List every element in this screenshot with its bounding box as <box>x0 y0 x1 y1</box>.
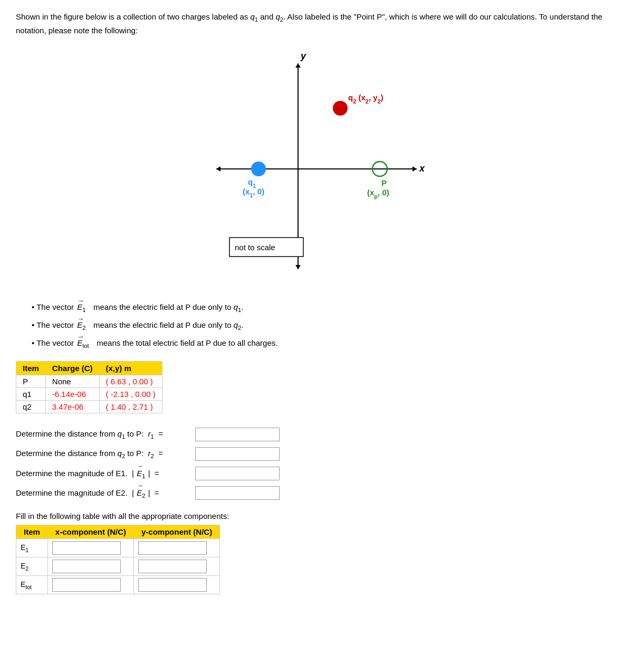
fill-label-e2: E2 <box>16 557 48 576</box>
q1-coord-label: (x1, 0) <box>243 187 264 198</box>
y-axis-label: y <box>300 51 306 61</box>
fill-e1-x <box>47 539 133 557</box>
coordinate-diagram: y x q2 (x2, y2) q1 (x1, 0) P (xp, 0) not… <box>185 48 448 290</box>
fill-e2-x <box>47 557 133 576</box>
fill-row-e2: E2 <box>16 557 220 576</box>
charge-q1: -6.14e-06 <box>45 388 99 401</box>
e2-mag-input[interactable] <box>195 486 280 500</box>
e2-y-input[interactable] <box>138 560 207 573</box>
table-row-q1: q1 -6.14e-06 ( -2.13 , 0.00 ) <box>16 388 162 401</box>
col-header-ycomp: y-component (N/C) <box>134 525 220 539</box>
fill-label-e1: E1 <box>16 539 48 557</box>
col-header-xcomp: x-component (N/C) <box>47 525 133 539</box>
coord-q2: ( 1.40 , 2.71 ) <box>99 401 162 413</box>
etot-y-input[interactable] <box>138 578 207 592</box>
col-header-item: Item <box>16 362 46 375</box>
e1-x-input[interactable] <box>52 541 121 555</box>
item-p: P <box>16 375 46 388</box>
p-label: P <box>381 178 387 187</box>
etot-x-input[interactable] <box>52 578 121 592</box>
r2-label: Determine the distance from q2 to P: r2 … <box>16 446 195 461</box>
r2-input[interactable] <box>195 447 280 461</box>
col-header-charge: Charge (C) <box>45 362 99 375</box>
q2-dot <box>333 101 348 116</box>
item-q1: q1 <box>16 388 46 401</box>
table-row-q2: q2 3.47e-06 ( 1.40 , 2.71 ) <box>16 401 162 413</box>
svg-marker-5 <box>295 265 301 269</box>
bullet-e2: The vector → E2 means the electric field… <box>32 319 617 333</box>
charge-data-table: Item Charge (C) (x,y) m P None ( 6.63 , … <box>16 361 162 413</box>
e1-mag-row: Determine the magnitude of E1. | → E1 | … <box>16 466 617 481</box>
fill-table-intro: Fill in the following table with all the… <box>16 512 617 520</box>
charge-p: None <box>45 375 99 388</box>
e1-mag-label: Determine the magnitude of E1. | → E1 | … <box>16 466 195 481</box>
components-table: Item x-component (N/C) y-component (N/C)… <box>16 525 220 594</box>
r1-input[interactable] <box>195 428 280 441</box>
item-q2: q2 <box>16 401 46 413</box>
svg-marker-1 <box>413 166 417 172</box>
bullet-etot: The vector → Etot means the total electr… <box>32 337 617 351</box>
fill-e1-y <box>134 539 220 557</box>
fill-row-e1: E1 <box>16 539 220 557</box>
e2-mag-row: Determine the magnitude of E2. | → E2 | … <box>16 486 617 501</box>
col-header-item2: Item <box>16 525 48 539</box>
fill-label-etot: Etot <box>16 576 48 594</box>
r2-row: Determine the distance from q2 to P: r2 … <box>16 446 617 461</box>
charge-q2: 3.47e-06 <box>45 401 99 413</box>
e2-x-input[interactable] <box>52 560 121 573</box>
e1-y-input[interactable] <box>138 541 207 555</box>
q1-dot <box>251 162 266 176</box>
r1-label: Determine the distance from q1 to P: r1 … <box>16 427 195 442</box>
vector-notation-list: The vector → E1 means the electric field… <box>32 301 617 351</box>
x-axis-label: x <box>419 163 425 174</box>
intro-paragraph: Shown in the figure below is a collectio… <box>16 11 617 37</box>
calculation-inputs: Determine the distance from q1 to P: r1 … <box>16 427 617 501</box>
col-header-xy: (x,y) m <box>99 362 162 375</box>
fill-table-section: Fill in the following table with all the… <box>16 512 617 594</box>
svg-marker-2 <box>216 166 220 172</box>
fill-etot-x <box>47 576 133 594</box>
coord-p: ( 6.63 , 0.00 ) <box>99 375 162 388</box>
e2-mag-label: Determine the magnitude of E2. | → E2 | … <box>16 486 195 501</box>
fill-row-etot: Etot <box>16 576 220 594</box>
e1-mag-input[interactable] <box>195 467 280 480</box>
fill-etot-y <box>134 576 220 594</box>
fill-e2-y <box>134 557 220 576</box>
not-to-scale-label: not to scale <box>235 243 275 252</box>
svg-marker-4 <box>295 63 301 68</box>
q2-label: q2 (x2, y2) <box>348 93 383 105</box>
bullet-e1: The vector → E1 means the electric field… <box>32 301 617 315</box>
r1-row: Determine the distance from q1 to P: r1 … <box>16 427 617 442</box>
coord-q1: ( -2.13 , 0.00 ) <box>99 388 162 401</box>
table-row-p: P None ( 6.63 , 0.00 ) <box>16 375 162 388</box>
p-coord-label: (xp, 0) <box>367 188 389 200</box>
